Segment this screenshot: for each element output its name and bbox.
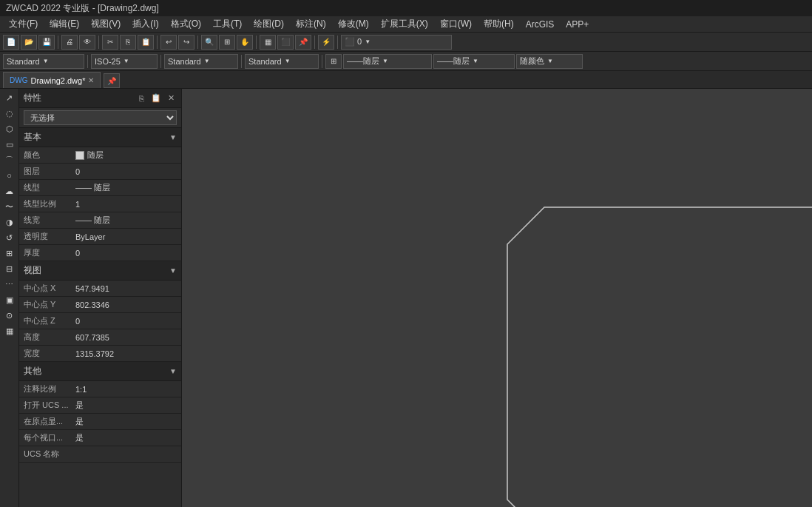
table-style-dropdown[interactable]: Standard ▼ (164, 54, 238, 69)
menu-window[interactable]: 窗口(W) (434, 16, 478, 32)
dim-style-dropdown[interactable]: ISO-25 ▼ (91, 54, 158, 69)
tb-extra1[interactable]: ⊞ (325, 54, 342, 69)
drawing-shape (507, 207, 812, 507)
linetype-dropdown[interactable]: ——随层 ▼ (433, 54, 515, 69)
menu-modify[interactable]: 修改(M) (332, 16, 375, 32)
lt-ellipse[interactable]: ◑ (1, 215, 18, 229)
prop-height-value: 607.7385 (75, 333, 177, 342)
prop-ltscale-name: 线型比例 (24, 198, 75, 209)
section-view-header[interactable]: 视图 ▼ (19, 261, 181, 281)
color-layer-value: ——随层 (347, 56, 379, 67)
panel-close-btn[interactable]: ✕ (165, 93, 177, 104)
tab-label: Drawing2.dwg* (30, 76, 85, 85)
lt-circle[interactable]: ○ (1, 168, 18, 183)
prop-layer: 图层 0 (19, 164, 181, 180)
lt-spline[interactable]: 〜 (1, 199, 18, 214)
linecolor-dropdown[interactable]: 随颜色 ▼ (516, 54, 583, 69)
prop-width-value: 1315.3792 (75, 349, 177, 358)
text-style-dropdown[interactable]: Standard ▼ (3, 54, 84, 69)
lt-points[interactable]: ⋯ (1, 277, 18, 292)
prop-ucsname-name: UCS 名称 (24, 449, 75, 460)
menu-format[interactable]: 格式(O) (165, 16, 207, 32)
prop-linetype-value: —— 随层 (75, 182, 177, 193)
prop-cx: 中心点 X 547.9491 (19, 281, 181, 297)
prop-layer-value: 0 (75, 167, 177, 176)
lt-hatch[interactable]: ⊞ (1, 246, 18, 261)
tb-paste[interactable]: 📋 (138, 35, 154, 50)
tb-undo[interactable]: ↩ (160, 35, 177, 50)
menu-view[interactable]: 视图(V) (85, 16, 126, 32)
prop-height-name: 高度 (24, 332, 75, 343)
tb-copy[interactable]: ⎘ (120, 35, 136, 50)
menu-help[interactable]: 帮助(H) (478, 16, 520, 32)
prop-cx-name: 中心点 X (24, 283, 75, 294)
lt-donut[interactable]: ⊙ (1, 308, 18, 323)
section-other-arrow: ▼ (169, 367, 177, 375)
toolbar-row-2: Standard ▼ ISO-25 ▼ Standard ▼ Standard … (0, 52, 812, 71)
tb-open[interactable]: 📂 (21, 35, 37, 50)
menu-annotate[interactable]: 标注(N) (290, 16, 332, 32)
section-other-header[interactable]: 其他 ▼ (19, 362, 181, 381)
prop-annoscale: 注释比例 1:1 (19, 381, 181, 397)
prop-layer-name: 图层 (24, 166, 75, 177)
lt-circle-mode[interactable]: ◌ (1, 106, 18, 121)
panel-icon-copy[interactable]: ⎘ (135, 93, 147, 104)
lt-select[interactable]: ↗ (1, 90, 18, 105)
tb-layer-dropdown[interactable]: ⬛ 0 ▼ (341, 35, 452, 50)
tb-match[interactable]: ⚡ (318, 35, 334, 50)
tb-zoom-win[interactable]: 🔍 (201, 35, 217, 50)
multileader-style-dropdown[interactable]: Standard ▼ (245, 54, 319, 69)
tb-insert[interactable]: 📌 (295, 35, 311, 50)
panel-title-icons: ⎘ 📋 ✕ (135, 93, 177, 104)
color-layer-dropdown[interactable]: ——随层 ▼ (343, 54, 432, 69)
tb-new[interactable]: 📄 (3, 35, 19, 50)
tb-sep-6 (314, 36, 315, 49)
tb-pan[interactable]: ✋ (237, 35, 253, 50)
section-basic-header[interactable]: 基本 ▼ (19, 128, 181, 147)
prop-ucs-value: 是 (75, 400, 177, 411)
prop-perviewport: 每个视口... 是 (19, 430, 181, 446)
prop-cz-value: 0 (75, 317, 177, 326)
lt-rectangle[interactable]: ▭ (1, 137, 18, 152)
panel-icon-paste[interactable]: 📋 (150, 93, 162, 104)
tb-cut[interactable]: ✂ (102, 35, 118, 50)
lt-block-insert[interactable]: ▦ (1, 323, 18, 338)
tab-pin-btn[interactable]: 📌 (104, 73, 120, 88)
prop-transparency-value: ByLayer (75, 232, 177, 241)
tab-drawing2[interactable]: DWG Drawing2.dwg* ✕ (3, 72, 101, 88)
tb-save[interactable]: 💾 (38, 35, 55, 50)
menu-arcgis[interactable]: ArcGIS (520, 18, 561, 31)
menu-express[interactable]: 扩展工具(X) (375, 16, 434, 32)
lt-cloud[interactable]: ☁ (1, 184, 18, 198)
menu-edit[interactable]: 编辑(E) (44, 16, 85, 32)
prop-origin: 在原点显... 是 (19, 414, 181, 430)
tb-block[interactable]: ⬛ (277, 35, 294, 50)
lt-table[interactable]: ▣ (1, 292, 18, 307)
prop-selector[interactable]: 无选择 (24, 110, 177, 125)
drawing-canvas[interactable] (182, 89, 812, 507)
prop-width: 宽度 1315.3792 (19, 346, 181, 362)
menu-app[interactable]: APP+ (560, 18, 595, 31)
prop-thickness-value: 0 (75, 249, 177, 258)
tab-close-btn[interactable]: ✕ (88, 76, 94, 84)
lt-polygon[interactable]: ⬡ (1, 121, 18, 136)
menu-tools[interactable]: 工具(T) (207, 16, 248, 32)
prop-transparency-name: 透明度 (24, 231, 75, 242)
menu-bar: 文件(F) 编辑(E) 视图(V) 插入(I) 格式(O) 工具(T) 绘图(D… (0, 16, 812, 33)
tb-layer[interactable]: ▦ (260, 35, 276, 50)
tb-sep-5 (256, 36, 257, 49)
tb-zoom-all[interactable]: ⊞ (219, 35, 235, 50)
lt-gradient[interactable]: ⊟ (1, 261, 18, 276)
menu-draw[interactable]: 绘图(D) (248, 16, 290, 32)
lt-rotate[interactable]: ↺ (1, 230, 18, 245)
tb-redo[interactable]: ↪ (178, 35, 194, 50)
tb-print[interactable]: 🖨 (61, 35, 78, 50)
prop-cz: 中心点 Z 0 (19, 313, 181, 329)
menu-file[interactable]: 文件(F) (3, 16, 44, 32)
title-text: ZWCAD 2022 专业版 - [Drawing2.dwg] (6, 2, 159, 15)
tb-preview[interactable]: 👁 (79, 35, 95, 50)
title-bar: ZWCAD 2022 专业版 - [Drawing2.dwg] (0, 0, 812, 16)
menu-insert[interactable]: 插入(I) (126, 16, 164, 32)
prop-origin-value: 是 (75, 416, 177, 427)
lt-arc[interactable]: ⌒ (1, 152, 18, 167)
